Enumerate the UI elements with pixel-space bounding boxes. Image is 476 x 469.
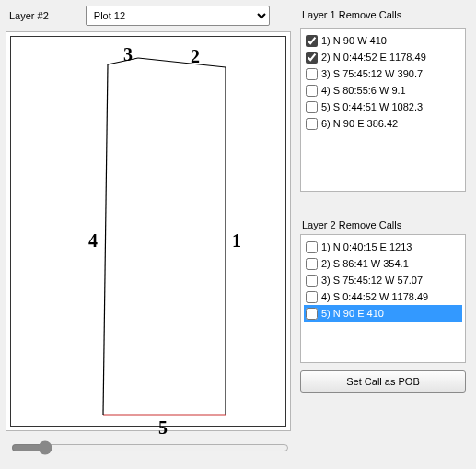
layer2-call-checkbox[interactable] (306, 241, 318, 253)
edge-label-2: 2 (191, 46, 200, 67)
layer1-call-item[interactable]: 1) N 90 W 410 (304, 32, 462, 49)
layer2-remove-calls-list[interactable]: 1) N 0:40:15 E 12132) S 86:41 W 354.13) … (300, 234, 466, 363)
layer1-call-label: 5) S 0:44:51 W 1082.3 (321, 101, 423, 112)
layer2-call-checkbox[interactable] (306, 275, 318, 287)
layer2-call-checkbox[interactable] (306, 258, 318, 270)
layer1-call-checkbox[interactable] (306, 35, 318, 47)
layer1-call-checkbox[interactable] (306, 85, 318, 97)
layer1-call-label: 6) N 90 E 386.42 (321, 118, 398, 129)
edge-label-3: 3 (123, 44, 133, 65)
layer1-call-item[interactable]: 5) S 0:44:51 W 1082.3 (304, 99, 462, 115)
layer1-call-item[interactable]: 2) N 0:44:52 E 1178.49 (304, 49, 462, 65)
layer1-call-checkbox[interactable] (306, 118, 318, 130)
layer2-call-checkbox[interactable] (306, 308, 318, 320)
layer2-call-label: 1) N 0:40:15 E 1213 (321, 241, 412, 252)
layer1-call-label: 4) S 80:55:6 W 9.1 (321, 85, 406, 96)
layer2-call-label: 4) S 0:44:52 W 1178.49 (321, 291, 428, 302)
layer1-call-label: 2) N 0:44:52 E 1178.49 (321, 52, 426, 63)
layer1-call-checkbox[interactable] (306, 52, 318, 64)
layer1-call-item[interactable]: 4) S 80:55:6 W 9.1 (304, 82, 462, 99)
layer1-call-item[interactable]: 6) N 90 E 386.42 (304, 115, 462, 132)
layer2-call-item[interactable]: 4) S 0:44:52 W 1178.49 (304, 288, 462, 305)
edge-label-4: 4 (88, 230, 98, 252)
svg-line-2 (103, 64, 108, 415)
layer1-call-label: 1) N 90 W 410 (321, 35, 387, 46)
layer2-call-item[interactable]: 5) N 90 E 410 (304, 305, 462, 322)
layer2-call-label: 2) S 86:41 W 354.1 (321, 258, 409, 269)
layer2-call-label: 5) N 90 E 410 (321, 308, 384, 319)
layer2-call-item[interactable]: 1) N 0:40:15 E 1213 (304, 239, 462, 255)
zoom-slider[interactable] (11, 440, 289, 455)
layer1-remove-calls-list[interactable]: 1) N 90 W 4102) N 0:44:52 E 1178.493) S … (300, 28, 466, 192)
layer2-call-checkbox[interactable] (306, 291, 318, 303)
layer2-call-item[interactable]: 2) S 86:41 W 354.1 (304, 255, 462, 272)
set-call-as-pob-button[interactable]: Set Call as POB (300, 370, 466, 393)
layer1-call-item[interactable]: 3) S 75:45:12 W 390.7 (304, 65, 462, 82)
layer-label: Layer #2 (9, 10, 49, 21)
plot-canvas: 12345 (10, 36, 286, 427)
layer1-call-label: 3) S 75:45:12 W 390.7 (321, 68, 423, 79)
edge-label-1: 1 (232, 230, 241, 252)
layer1-call-checkbox[interactable] (306, 101, 318, 113)
svg-line-4 (138, 58, 226, 67)
plot-select[interactable]: Plot 12 (86, 6, 270, 26)
layer2-call-item[interactable]: 3) S 75:45:12 W 57.07 (304, 272, 462, 288)
layer1-call-checkbox[interactable] (306, 68, 318, 80)
plot-panel: 12345 (6, 31, 291, 431)
layer2-title: Layer 2 Remove Calls (302, 219, 466, 230)
layer2-call-label: 3) S 75:45:12 W 57.07 (321, 275, 423, 286)
layer1-title: Layer 1 Remove Calls (302, 9, 466, 20)
edge-label-5: 5 (158, 417, 168, 439)
